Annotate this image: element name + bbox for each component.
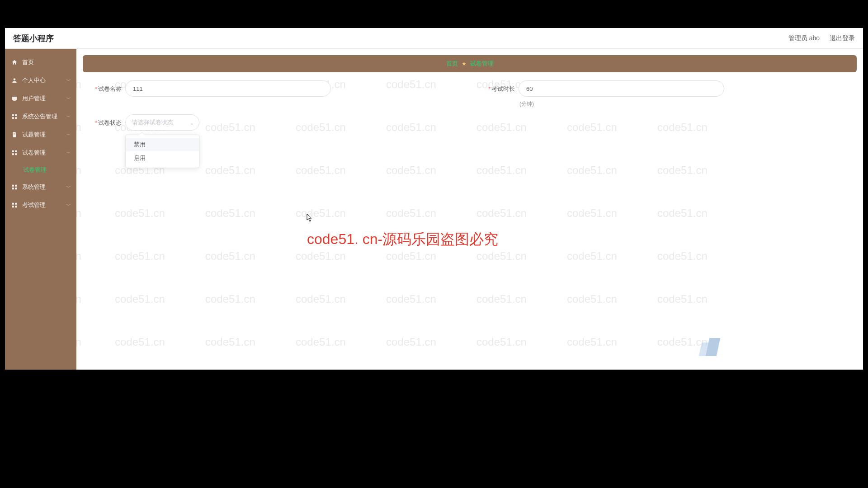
svg-rect-13 <box>12 185 14 187</box>
sidebar-item-label: 系统管理 <box>22 183 46 191</box>
sidebar-item-label: 试题管理 <box>22 131 46 139</box>
name-label: 试卷名称 <box>98 85 122 92</box>
logo-watermark <box>700 338 723 356</box>
sidebar-item-label: 考试管理 <box>22 201 46 209</box>
chevron-up-icon: ⌃ <box>190 120 194 126</box>
svg-point-0 <box>14 78 16 80</box>
user-label[interactable]: 管理员 abo <box>788 34 820 42</box>
sidebar-item-label: 用户管理 <box>22 94 46 103</box>
topbar: 答题小程序 管理员 abo 退出登录 <box>5 28 863 49</box>
breadcrumb-current: 试卷管理 <box>470 60 494 68</box>
users-icon <box>11 95 18 102</box>
sidebar-item-label: 试卷管理 <box>22 149 46 157</box>
doc-icon <box>11 131 18 138</box>
svg-rect-1 <box>12 97 17 100</box>
svg-rect-12 <box>15 153 17 155</box>
grid-icon <box>11 202 18 208</box>
name-input[interactable] <box>125 80 331 97</box>
watermark-banner: code51. cn-源码乐园盗图必究 <box>307 230 498 249</box>
sidebar-item-home[interactable]: 首页 <box>5 53 76 71</box>
svg-rect-19 <box>12 206 14 207</box>
duration-label: 考试时长 <box>491 85 515 92</box>
sidebar-item-exam[interactable]: 考试管理 ﹀ <box>5 196 76 214</box>
svg-rect-15 <box>12 188 14 189</box>
chevron-down-icon: ﹀ <box>66 150 71 156</box>
chevron-down-icon: ﹀ <box>66 77 71 84</box>
breadcrumb: 首页 ★ 试卷管理 <box>83 55 857 72</box>
sidebar-subitem-paper-mgmt[interactable]: 试卷管理 <box>5 162 76 178</box>
logout-link[interactable]: 退出登录 <box>830 34 855 42</box>
svg-rect-16 <box>15 188 17 189</box>
status-dropdown: 禁用 启用 <box>125 135 199 168</box>
sidebar-item-label: 个人中心 <box>22 76 46 84</box>
breadcrumb-home[interactable]: 首页 <box>446 60 458 68</box>
chevron-down-icon: ﹀ <box>66 184 71 191</box>
sidebar-item-question[interactable]: 试题管理 ﹀ <box>5 126 76 144</box>
sidebar-item-label: 系统公告管理 <box>22 113 57 121</box>
svg-rect-7 <box>14 134 16 134</box>
chevron-down-icon: ﹀ <box>66 95 71 102</box>
status-option-disable[interactable]: 禁用 <box>126 138 199 151</box>
sidebar-item-users[interactable]: 用户管理 ﹀ <box>5 89 76 108</box>
svg-rect-8 <box>14 135 16 135</box>
sidebar-item-profile[interactable]: 个人中心 ﹀ <box>5 71 76 89</box>
status-option-enable[interactable]: 启用 <box>126 151 199 165</box>
chevron-down-icon: ﹀ <box>66 131 71 138</box>
svg-rect-11 <box>12 153 14 155</box>
svg-rect-5 <box>12 117 14 119</box>
user-icon <box>11 77 18 84</box>
app-title: 答题小程序 <box>13 33 54 44</box>
content-area: code51.cncode51.cncode51.cncode51.cncode… <box>76 49 863 370</box>
sidebar: 首页 个人中心 ﹀ 用户管理 ﹀ 系统公告管理 ﹀ 试题管理 ﹀ <box>5 49 76 370</box>
svg-rect-20 <box>15 206 17 207</box>
svg-rect-18 <box>15 203 17 205</box>
form-item-name: *试卷名称 <box>85 80 461 108</box>
svg-rect-17 <box>12 203 14 205</box>
svg-rect-2 <box>13 100 16 101</box>
chevron-down-icon: ﹀ <box>66 202 71 209</box>
svg-rect-3 <box>12 114 14 116</box>
home-icon <box>11 59 18 66</box>
duration-unit: (分钟) <box>519 100 724 108</box>
sidebar-item-announce[interactable]: 系统公告管理 ﹀ <box>5 108 76 126</box>
grid-icon <box>11 113 18 120</box>
sidebar-subitem-label: 试卷管理 <box>23 166 47 174</box>
status-select[interactable]: 请选择试卷状态 <box>125 114 199 131</box>
svg-rect-10 <box>15 150 17 152</box>
svg-rect-6 <box>15 117 17 119</box>
status-placeholder: 请选择试卷状态 <box>132 118 173 127</box>
sidebar-item-system[interactable]: 系统管理 ﹀ <box>5 178 76 196</box>
form-item-status: *试卷状态 请选择试卷状态 ⌃ 禁用 启用 <box>85 114 461 131</box>
breadcrumb-separator: ★ <box>462 61 467 67</box>
sidebar-item-label: 首页 <box>22 58 34 66</box>
sidebar-item-paper[interactable]: 试卷管理 ﹀ <box>5 144 76 162</box>
svg-rect-14 <box>15 185 17 187</box>
chevron-down-icon: ﹀ <box>66 113 71 120</box>
status-label: 试卷状态 <box>98 119 122 126</box>
svg-rect-9 <box>12 150 14 152</box>
grid-icon <box>11 150 18 156</box>
svg-rect-4 <box>15 114 17 116</box>
form-item-duration: *考试时长 (分钟) <box>479 80 854 108</box>
duration-input[interactable] <box>519 80 724 97</box>
grid-icon <box>11 184 18 190</box>
cursor-icon <box>307 213 313 222</box>
